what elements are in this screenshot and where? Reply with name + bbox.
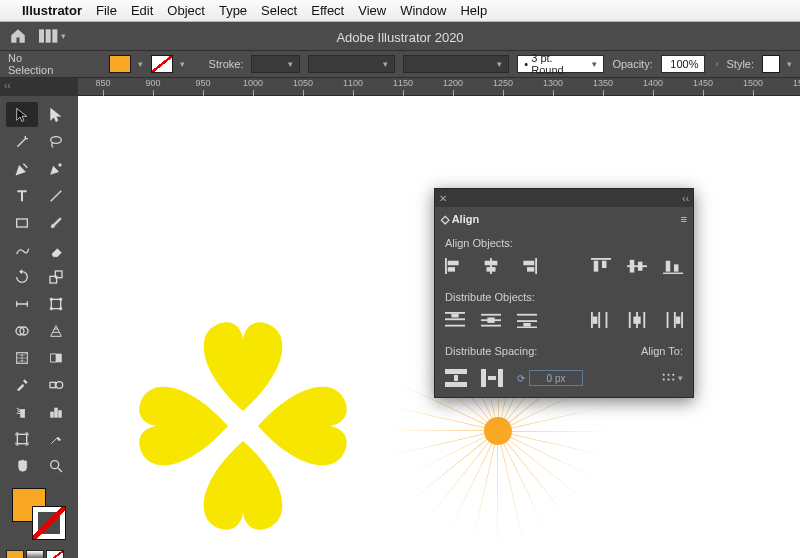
gradient-tool[interactable] [40,345,72,370]
svg-rect-18 [50,382,55,387]
type-tool[interactable] [6,183,38,208]
dist-top-icon[interactable] [445,311,465,329]
menu-effect[interactable]: Effect [311,3,344,18]
menu-select[interactable]: Select [261,3,297,18]
app-menu[interactable]: Illustrator [22,3,82,18]
dist-space-v-icon[interactable] [445,369,467,387]
svg-rect-74 [488,376,496,380]
shape-builder-tool[interactable] [6,318,38,343]
perspective-grid-tool[interactable] [40,318,72,343]
svg-rect-46 [445,318,465,320]
collapse-tabs-icon[interactable]: ‹‹ [4,80,11,91]
svg-point-10 [59,298,62,301]
eyedropper-tool[interactable] [6,372,38,397]
direct-selection-tool[interactable] [40,102,72,127]
brush-field[interactable]: • 3 pt. Round ▾ [517,55,604,73]
align-vcenter-icon[interactable] [627,257,647,275]
brush-def-field[interactable]: ▾ [403,55,509,73]
svg-rect-54 [517,320,537,322]
arrange-documents-button[interactable]: ▾ [38,26,66,46]
dist-left-icon[interactable] [591,311,611,329]
menu-view[interactable]: View [358,3,386,18]
align-bottom-icon[interactable] [663,257,683,275]
magic-wand-tool[interactable] [6,129,38,154]
mini-swatch-gradient[interactable] [26,550,44,558]
panel-titlebar[interactable]: ✕ ‹‹ [435,189,693,207]
slice-tool[interactable] [40,426,72,451]
dist-right-icon[interactable] [663,311,683,329]
mesh-tool[interactable] [6,345,38,370]
fill-swatch[interactable]: ▾ [109,55,143,73]
lasso-tool[interactable] [40,129,72,154]
section-distribute-spacing: Distribute Spacing: [445,345,537,357]
stroke-label: Stroke: [209,58,244,70]
stroke-color-swatch[interactable] [32,506,66,540]
opacity-chevron-icon[interactable]: › [715,59,718,69]
dist-bottom-icon[interactable] [517,311,537,329]
width-tool[interactable] [6,291,38,316]
panel-menu-icon[interactable]: ≡ [681,213,687,225]
style-swatch[interactable]: ▾ [762,55,792,73]
eraser-tool[interactable] [40,237,72,262]
svg-point-25 [51,460,59,468]
line-tool[interactable] [40,183,72,208]
align-panel[interactable]: ✕ ‹‹ ◇ Align ≡ Align Objects: Distribute… [434,188,694,398]
rectangle-tool[interactable] [6,210,38,235]
panel-tab-align[interactable]: ◇ Align [441,213,479,226]
close-icon[interactable]: ✕ [439,193,447,204]
zoom-tool[interactable] [40,453,72,478]
svg-rect-68 [676,316,681,323]
svg-rect-71 [454,375,458,381]
rotate-tool[interactable] [6,264,38,289]
menu-object[interactable]: Object [167,3,205,18]
svg-point-80 [672,378,674,380]
shaper-tool[interactable] [6,237,38,262]
align-hcenter-icon[interactable] [481,257,501,275]
align-right-icon[interactable] [517,257,537,275]
align-to-selector[interactable]: ▾ [661,369,683,387]
menu-file[interactable]: File [96,3,117,18]
mini-swatch-color[interactable] [6,550,24,558]
svg-rect-32 [486,267,495,272]
blend-tool[interactable] [40,372,72,397]
paintbrush-tool[interactable] [40,210,72,235]
menu-type[interactable]: Type [219,3,247,18]
ruler-tick: 850 [78,78,128,95]
curvature-tool[interactable] [40,156,72,181]
ruler-tick: 1300 [528,78,578,95]
spacing-field[interactable]: ⟳ 0 px [517,370,583,386]
symbol-sprayer-tool[interactable] [6,399,38,424]
hand-tool[interactable] [6,453,38,478]
dist-space-h-icon[interactable] [481,369,503,387]
align-left-icon[interactable] [445,257,465,275]
menu-help[interactable]: Help [460,3,487,18]
artboard-tool[interactable] [6,426,38,451]
menu-window[interactable]: Window [400,3,446,18]
dist-hcenter-icon[interactable] [627,311,647,329]
svg-point-3 [51,136,62,143]
svg-point-26 [484,417,512,445]
scale-tool[interactable] [40,264,72,289]
svg-point-12 [59,307,62,310]
menu-edit[interactable]: Edit [131,3,153,18]
column-graph-tool[interactable] [40,399,72,424]
stroke-weight-field[interactable]: ▾ [251,55,300,73]
ruler-tick: 1000 [228,78,278,95]
mini-swatch-none[interactable] [46,550,64,558]
ruler-tick: 1200 [428,78,478,95]
profile-field[interactable]: ▾ [308,55,395,73]
stroke-swatch[interactable]: ▾ [151,55,185,73]
chevron-down-icon: ▾ [61,31,66,41]
selection-tool[interactable] [6,102,38,127]
opacity-field[interactable]: 100% [661,55,706,73]
svg-rect-64 [633,316,640,323]
pen-tool[interactable] [6,156,38,181]
artwork-hearts[interactable] [113,296,373,556]
dist-vcenter-icon[interactable] [481,311,501,329]
collapse-icon[interactable]: ‹‹ [682,193,689,204]
home-button[interactable] [6,26,30,46]
fill-stroke-indicator[interactable] [8,486,70,542]
align-top-icon[interactable] [591,257,611,275]
svg-rect-56 [523,323,530,327]
free-transform-tool[interactable] [40,291,72,316]
